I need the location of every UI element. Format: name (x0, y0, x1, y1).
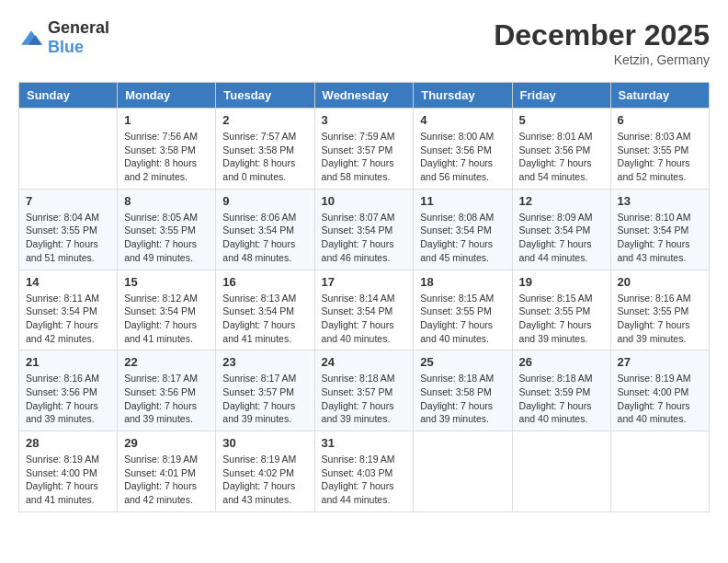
day-number: 8 (124, 194, 209, 208)
day-number: 24 (322, 355, 407, 369)
day-info: Sunrise: 8:08 AM Sunset: 3:54 PM Dayligh… (420, 211, 505, 265)
day-number: 14 (26, 275, 110, 289)
sunset: Sunset: 3:55 PM (618, 144, 689, 155)
daylight-hours: Daylight: 7 hours and 43 minutes. (222, 480, 295, 505)
daylight-hours: Daylight: 7 hours and 41 minutes. (124, 319, 197, 344)
col-tuesday: Tuesday (216, 83, 314, 109)
calendar-week-row: 21 Sunrise: 8:16 AM Sunset: 3:56 PM Dayl… (19, 350, 710, 431)
sunset: Sunset: 3:55 PM (519, 305, 591, 316)
sunset: Sunset: 3:59 PM (519, 386, 591, 397)
sunset: Sunset: 3:56 PM (519, 144, 591, 155)
month-title: December 2025 (494, 18, 710, 52)
title-block: December 2025 Ketzin, Germany (494, 18, 710, 67)
logo-text: General Blue (48, 18, 109, 57)
day-info: Sunrise: 7:57 AM Sunset: 3:58 PM Dayligh… (222, 130, 307, 184)
calendar-header-row: Sunday Monday Tuesday Wednesday Thursday… (19, 83, 710, 109)
day-number: 28 (26, 436, 110, 450)
daylight-hours: Daylight: 7 hours and 52 minutes. (618, 157, 690, 182)
sunrise: Sunrise: 8:05 AM (124, 212, 198, 223)
daylight-hours: Daylight: 7 hours and 48 minutes. (222, 238, 295, 263)
sunrise: Sunrise: 8:14 AM (322, 293, 395, 304)
day-number: 11 (420, 194, 505, 208)
sunset: Sunset: 3:58 PM (222, 144, 294, 155)
sunset: Sunset: 3:54 PM (519, 224, 591, 236)
day-info: Sunrise: 8:15 AM Sunset: 3:55 PM Dayligh… (420, 292, 505, 346)
calendar-week-row: 28 Sunrise: 8:19 AM Sunset: 4:00 PM Dayl… (19, 431, 710, 512)
sunset: Sunset: 3:54 PM (124, 305, 196, 316)
day-number: 20 (618, 275, 702, 289)
day-info: Sunrise: 8:19 AM Sunset: 4:01 PM Dayligh… (124, 453, 209, 507)
table-row: 7 Sunrise: 8:04 AM Sunset: 3:55 PM Dayli… (19, 189, 118, 270)
sunset: Sunset: 4:00 PM (26, 467, 97, 478)
daylight-hours: Daylight: 7 hours and 42 minutes. (26, 319, 98, 344)
sunrise: Sunrise: 8:00 AM (420, 131, 494, 142)
sunset: Sunset: 3:54 PM (222, 305, 294, 316)
day-number: 23 (222, 355, 307, 369)
sunrise: Sunrise: 8:17 AM (222, 373, 296, 384)
location: Ketzin, Germany (494, 52, 710, 67)
sunrise: Sunrise: 8:18 AM (420, 373, 494, 384)
sunrise: Sunrise: 8:04 AM (26, 212, 99, 223)
daylight-hours: Daylight: 7 hours and 40 minutes. (322, 319, 394, 344)
day-info: Sunrise: 8:18 AM Sunset: 3:59 PM Dayligh… (519, 372, 604, 426)
daylight-hours: Daylight: 8 hours and 2 minutes. (124, 157, 197, 182)
day-info: Sunrise: 8:10 AM Sunset: 3:54 PM Dayligh… (618, 211, 702, 265)
day-number: 16 (222, 275, 307, 289)
day-info: Sunrise: 8:04 AM Sunset: 3:55 PM Dayligh… (26, 211, 110, 265)
table-row: 18 Sunrise: 8:15 AM Sunset: 3:55 PM Dayl… (414, 270, 512, 350)
table-row (610, 431, 709, 512)
day-number: 31 (322, 436, 407, 450)
logo: General Blue (18, 18, 109, 57)
day-info: Sunrise: 8:19 AM Sunset: 4:03 PM Dayligh… (322, 453, 407, 507)
table-row: 30 Sunrise: 8:19 AM Sunset: 4:02 PM Dayl… (216, 431, 314, 512)
day-info: Sunrise: 8:05 AM Sunset: 3:55 PM Dayligh… (124, 211, 209, 265)
day-info: Sunrise: 8:07 AM Sunset: 3:54 PM Dayligh… (322, 211, 407, 265)
day-number: 26 (519, 355, 604, 369)
table-row: 5 Sunrise: 8:01 AM Sunset: 3:56 PM Dayli… (512, 109, 610, 190)
col-sunday: Sunday (19, 83, 118, 109)
day-number: 2 (222, 113, 307, 127)
calendar-week-row: 7 Sunrise: 8:04 AM Sunset: 3:55 PM Dayli… (19, 189, 710, 270)
daylight-hours: Daylight: 7 hours and 41 minutes. (222, 319, 295, 344)
sunrise: Sunrise: 8:19 AM (222, 454, 296, 465)
daylight-hours: Daylight: 8 hours and 0 minutes. (222, 157, 295, 182)
daylight-hours: Daylight: 7 hours and 42 minutes. (124, 480, 197, 505)
day-number: 19 (519, 275, 604, 289)
table-row: 21 Sunrise: 8:16 AM Sunset: 3:56 PM Dayl… (19, 350, 118, 431)
sunset: Sunset: 3:58 PM (124, 144, 196, 155)
table-row (414, 431, 512, 512)
daylight-hours: Daylight: 7 hours and 46 minutes. (322, 238, 394, 263)
sunset: Sunset: 3:56 PM (420, 144, 492, 155)
sunrise: Sunrise: 7:57 AM (222, 131, 296, 142)
day-number: 21 (26, 355, 110, 369)
sunset: Sunset: 3:56 PM (26, 386, 97, 397)
sunrise: Sunrise: 8:09 AM (519, 212, 593, 223)
day-number: 1 (124, 113, 209, 127)
sunrise: Sunrise: 8:19 AM (322, 454, 395, 465)
sunrise: Sunrise: 8:16 AM (26, 373, 99, 384)
sunrise: Sunrise: 8:01 AM (519, 131, 593, 142)
sunset: Sunset: 4:00 PM (618, 386, 689, 397)
day-number: 15 (124, 275, 209, 289)
sunrise: Sunrise: 8:19 AM (124, 454, 198, 465)
table-row: 6 Sunrise: 8:03 AM Sunset: 3:55 PM Dayli… (610, 109, 709, 190)
day-number: 6 (618, 113, 702, 127)
table-row: 29 Sunrise: 8:19 AM Sunset: 4:01 PM Dayl… (118, 431, 216, 512)
day-info: Sunrise: 8:12 AM Sunset: 3:54 PM Dayligh… (124, 292, 209, 346)
sunset: Sunset: 3:54 PM (322, 224, 393, 236)
sunrise: Sunrise: 8:11 AM (26, 293, 99, 304)
daylight-hours: Daylight: 7 hours and 41 minutes. (26, 480, 98, 505)
sunrise: Sunrise: 8:16 AM (618, 293, 691, 304)
daylight-hours: Daylight: 7 hours and 43 minutes. (618, 238, 690, 263)
daylight-hours: Daylight: 7 hours and 56 minutes. (420, 157, 493, 182)
daylight-hours: Daylight: 7 hours and 39 minutes. (420, 400, 493, 425)
daylight-hours: Daylight: 7 hours and 39 minutes. (519, 319, 592, 344)
col-wednesday: Wednesday (314, 83, 414, 109)
day-info: Sunrise: 8:16 AM Sunset: 3:55 PM Dayligh… (618, 292, 702, 346)
day-number: 10 (322, 194, 407, 208)
sunset: Sunset: 4:03 PM (322, 467, 393, 478)
sunset: Sunset: 3:55 PM (26, 224, 97, 236)
col-saturday: Saturday (610, 83, 709, 109)
day-info: Sunrise: 8:09 AM Sunset: 3:54 PM Dayligh… (519, 211, 604, 265)
page-header: General Blue December 2025 Ketzin, Germa… (18, 18, 710, 67)
